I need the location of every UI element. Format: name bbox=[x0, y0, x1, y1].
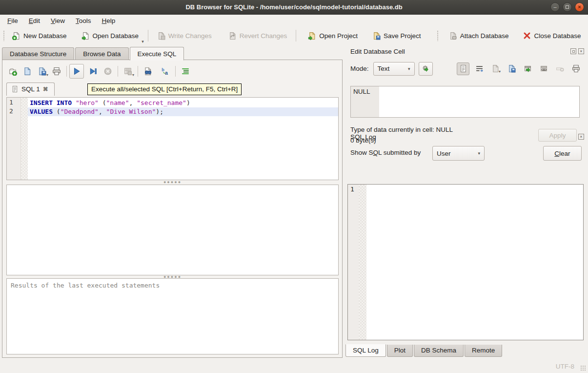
format-sql-button[interactable] bbox=[178, 64, 193, 79]
format-sql-icon bbox=[181, 67, 190, 76]
open-database-button[interactable]: Open Database bbox=[77, 29, 144, 43]
new-sql-tab-button[interactable] bbox=[5, 64, 20, 79]
menu-file[interactable]: File bbox=[2, 16, 23, 26]
code-line: VALUES ("Deadpond", "Dive Wilson"); bbox=[28, 107, 338, 116]
menu-help[interactable]: Help bbox=[97, 16, 121, 26]
code-token: "hero" bbox=[76, 99, 99, 106]
save-sql-file-icon bbox=[38, 67, 46, 76]
menu-bar: File Edit View Tools Help bbox=[0, 15, 588, 26]
open-database-dropdown-caret[interactable]: ▾ bbox=[142, 39, 144, 45]
status-bar: UTF-8 bbox=[0, 358, 588, 373]
float-panel-icon[interactable] bbox=[570, 48, 576, 54]
attach-database-button[interactable]: Attach Database bbox=[444, 29, 514, 43]
maximize-icon bbox=[566, 5, 569, 9]
close-panel-icon[interactable]: × bbox=[578, 48, 584, 54]
filter-label: Show SQL submitted by bbox=[350, 149, 421, 156]
open-database-icon bbox=[81, 32, 90, 40]
code-token: , bbox=[129, 99, 137, 106]
save-sql-file-button[interactable]: ▾ bbox=[35, 64, 49, 79]
tab-database-structure[interactable]: Database Structure bbox=[2, 47, 74, 61]
open-project-button[interactable]: Open Project bbox=[303, 29, 363, 43]
edit-cell-title: Edit Database Cell bbox=[345, 48, 405, 55]
editor-results-splitter[interactable]: ●●●●● bbox=[6, 181, 339, 184]
write-changes-icon bbox=[157, 32, 165, 40]
toolbar-separator bbox=[175, 66, 176, 77]
new-database-button[interactable]: New Database bbox=[7, 29, 72, 43]
close-database-icon bbox=[523, 32, 531, 40]
mode-combobox[interactable]: Text ▾ bbox=[373, 62, 415, 76]
apply-mode-button[interactable] bbox=[419, 62, 433, 76]
execute-sql-panel: ▾ ▾ ba SQ bbox=[2, 60, 343, 358]
cell-editor[interactable]: NULL bbox=[350, 86, 580, 118]
find-icon bbox=[143, 67, 152, 76]
sql-doc-icon bbox=[11, 85, 19, 93]
code-token: ) bbox=[186, 99, 190, 106]
export-data-button[interactable] bbox=[505, 62, 518, 75]
save-project-button[interactable]: Save Project bbox=[367, 29, 426, 43]
results-grid-panel[interactable] bbox=[6, 185, 339, 275]
print-icon bbox=[52, 67, 61, 76]
code-token: "name" bbox=[106, 99, 129, 106]
minimize-button[interactable]: – bbox=[550, 2, 560, 12]
close-database-button[interactable]: Close Database bbox=[518, 29, 586, 42]
print-cell-button[interactable] bbox=[569, 62, 582, 75]
save-results-button: ▾ bbox=[121, 64, 135, 79]
maximize-button[interactable] bbox=[563, 2, 572, 12]
text-mode-button[interactable] bbox=[457, 62, 469, 75]
cell-editor-icons: ▾ bbox=[457, 62, 582, 75]
execute-all-button[interactable] bbox=[69, 64, 84, 79]
execute-current-line-icon bbox=[89, 67, 98, 76]
document-icon bbox=[459, 64, 467, 73]
auto-completion-button[interactable]: ba bbox=[158, 64, 173, 79]
close-button[interactable]: × bbox=[575, 2, 584, 12]
import-icon bbox=[491, 64, 500, 73]
chevron-down-icon: ▾ bbox=[478, 151, 480, 156]
sql-doc-tab[interactable]: SQL 1 ✖ bbox=[6, 83, 55, 96]
new-database-icon bbox=[12, 32, 20, 40]
revert-changes-icon bbox=[228, 32, 237, 40]
menu-edit[interactable]: Edit bbox=[23, 16, 45, 26]
sql-log-view[interactable]: 1 bbox=[347, 184, 584, 340]
sql-doc-tab-bar: SQL 1 ✖ bbox=[6, 83, 55, 97]
dock-tab-db-schema[interactable]: DB Schema bbox=[414, 345, 464, 357]
execute-current-line-button[interactable] bbox=[86, 64, 101, 79]
title-bar: DB Browser for SQLite - /home/user/code/… bbox=[0, 0, 588, 15]
execution-message-area[interactable]: Results of the last executed statements bbox=[6, 278, 339, 354]
encoding-indicator: UTF-8 bbox=[556, 363, 574, 370]
log-line-number: 1 bbox=[348, 185, 359, 340]
new-tab-icon bbox=[8, 67, 17, 76]
word-wrap-icon bbox=[475, 64, 484, 73]
copy-link-button[interactable] bbox=[537, 62, 550, 75]
sql-code-editor[interactable]: 1 2 INSERT INTO "hero" ("name", "secret_… bbox=[6, 97, 339, 180]
open-external-icon bbox=[524, 64, 532, 73]
resize-grip[interactable] bbox=[580, 365, 586, 371]
toolbar-drag-handle[interactable] bbox=[437, 30, 439, 41]
window-title: DB Browser for SQLite - /home/user/code/… bbox=[185, 3, 402, 11]
open-in-external-button[interactable] bbox=[521, 62, 534, 75]
execute-tooltip: Execute all/selected SQL [Ctrl+Return, F… bbox=[87, 83, 242, 95]
mode-value: Text bbox=[378, 65, 390, 72]
dock-tab-remote[interactable]: Remote bbox=[465, 345, 502, 357]
cell-editor-gutter: NULL bbox=[351, 86, 379, 117]
find-button[interactable] bbox=[141, 64, 155, 79]
save-project-icon bbox=[372, 32, 381, 40]
word-wrap-button[interactable] bbox=[473, 62, 486, 75]
tab-execute-sql[interactable]: Execute SQL bbox=[130, 47, 184, 61]
open-sql-file-button[interactable] bbox=[20, 64, 35, 79]
menu-view[interactable]: View bbox=[45, 16, 70, 26]
clear-log-button[interactable]: Clear bbox=[543, 146, 582, 161]
dock-tab-plot[interactable]: Plot bbox=[387, 345, 413, 357]
edit-cell-toolbar: Mode: Text ▾ ▾ bbox=[350, 62, 586, 76]
fold-margin bbox=[21, 98, 28, 180]
dock-tab-sql-log[interactable]: SQL Log bbox=[345, 344, 386, 357]
gear-icon bbox=[422, 64, 430, 73]
close-sql-tab-icon[interactable]: ✖ bbox=[43, 85, 48, 93]
menu-tools[interactable]: Tools bbox=[70, 16, 97, 26]
main-toolbar: New Database Open Database ▾ Write Chang… bbox=[0, 26, 588, 45]
toolbar-drag-handle[interactable] bbox=[3, 30, 5, 41]
set-null-icon bbox=[556, 64, 564, 73]
submitted-by-combobox[interactable]: User ▾ bbox=[432, 146, 485, 161]
save-sql-dropdown-caret[interactable]: ▾ bbox=[46, 73, 48, 77]
tab-browse-data[interactable]: Browse Data bbox=[75, 47, 128, 61]
print-sql-button[interactable] bbox=[49, 64, 64, 79]
